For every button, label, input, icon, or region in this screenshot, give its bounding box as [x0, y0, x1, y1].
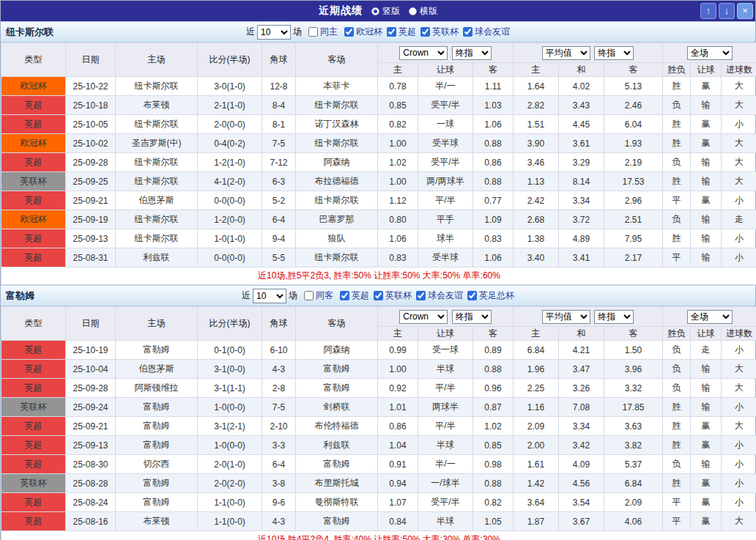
- match-score[interactable]: 2-0(2-0): [198, 474, 262, 493]
- home-team[interactable]: 富勒姆: [116, 398, 198, 417]
- away-team[interactable]: 本菲卡: [296, 77, 378, 96]
- competition-checkbox[interactable]: 欧冠杯: [340, 26, 382, 38]
- match-score[interactable]: 4-1(2-0): [198, 172, 262, 191]
- home-team[interactable]: 布莱顿: [116, 96, 198, 115]
- away-team[interactable]: 富勒姆: [296, 455, 378, 474]
- away-team[interactable]: 阿森纳: [296, 341, 378, 360]
- match-score[interactable]: 2-1(1-0): [198, 96, 262, 115]
- away-team[interactable]: 阿森纳: [296, 153, 378, 172]
- competition-checkbox[interactable]: 英足总杯: [463, 289, 514, 302]
- checkbox[interactable]: [304, 291, 314, 300]
- close-button[interactable]: ×: [737, 3, 753, 19]
- away-team[interactable]: 布伦特福德: [296, 417, 378, 436]
- match-score[interactable]: 3-1(2-1): [198, 417, 262, 436]
- scroll-up-button[interactable]: ↑: [700, 3, 716, 19]
- away-team[interactable]: 巴塞罗那: [296, 210, 378, 229]
- home-team[interactable]: 富勒姆: [116, 417, 198, 436]
- away-team[interactable]: 利兹联: [296, 436, 378, 455]
- away-team[interactable]: 纽卡斯尔联: [296, 96, 378, 115]
- match-score[interactable]: 1-2(0-0): [198, 210, 262, 229]
- home-team[interactable]: 纽卡斯尔联: [116, 153, 198, 172]
- same-venue-checkbox[interactable]: 同客: [300, 289, 333, 302]
- match-score[interactable]: 3-1(1-1): [198, 379, 262, 398]
- odds-kind-select[interactable]: 终指: [452, 310, 492, 324]
- home-team[interactable]: 纽卡斯尔联: [116, 210, 198, 229]
- competition-checkbox[interactable]: 球会友谊: [412, 289, 463, 302]
- away-team[interactable]: 富勒姆: [296, 379, 378, 398]
- home-team[interactable]: 圣吉罗斯(中): [116, 134, 198, 153]
- match-score[interactable]: 1-0(0-0): [198, 436, 262, 455]
- match-score[interactable]: 0-4(0-2): [198, 134, 262, 153]
- checkbox[interactable]: [340, 291, 349, 300]
- checkbox[interactable]: [374, 291, 383, 300]
- match-score[interactable]: 3-0(1-0): [198, 77, 262, 96]
- checkbox[interactable]: [416, 291, 426, 300]
- competition-checkbox[interactable]: 英联杯: [369, 289, 412, 302]
- home-team[interactable]: 利兹联: [116, 248, 198, 267]
- checkbox[interactable]: [344, 27, 354, 37]
- checkbox[interactable]: [420, 27, 430, 37]
- scope-select[interactable]: 全场: [687, 310, 733, 324]
- match-count-select[interactable]: 10: [253, 289, 286, 303]
- match-score[interactable]: 0-0(0-0): [198, 191, 262, 210]
- match-score[interactable]: 1-2(1-0): [198, 153, 262, 172]
- match-count-select[interactable]: 10: [257, 25, 291, 40]
- competition-checkbox[interactable]: 英超: [382, 26, 416, 38]
- layout-radio-vertical[interactable]: 竖版: [371, 5, 400, 18]
- euro-kind-select[interactable]: 终指: [594, 46, 634, 60]
- match-score[interactable]: 1-1(0-0): [198, 512, 262, 531]
- away-team[interactable]: 纽卡斯尔联: [296, 191, 378, 210]
- checkbox[interactable]: [467, 291, 477, 300]
- away-team[interactable]: 狼队: [296, 229, 378, 248]
- home-team[interactable]: 伯恩茅斯: [116, 360, 198, 379]
- euro-source-select[interactable]: 平均值: [542, 46, 590, 60]
- home-team[interactable]: 阿斯顿维拉: [116, 379, 198, 398]
- away-team[interactable]: 布拉德福德: [296, 172, 378, 191]
- scroll-down-button[interactable]: ↓: [719, 3, 735, 19]
- match-score[interactable]: 3-1(0-0): [198, 360, 262, 379]
- away-team[interactable]: 纽卡斯尔联: [296, 248, 378, 267]
- checkbox[interactable]: [387, 27, 396, 37]
- euro-source-select[interactable]: 平均值: [542, 310, 590, 324]
- match-score[interactable]: 0-0(0-0): [198, 248, 262, 267]
- away-team[interactable]: 布里斯托城: [296, 474, 378, 493]
- home-team[interactable]: 富勒姆: [116, 493, 198, 512]
- away-team[interactable]: 纽卡斯尔联: [296, 134, 378, 153]
- away-team[interactable]: 曼彻斯特联: [296, 493, 378, 512]
- match-score[interactable]: 1-0(1-0): [198, 229, 262, 248]
- asian-away-odds: 0.89: [473, 341, 514, 360]
- euro-kind-select[interactable]: 终指: [594, 310, 634, 324]
- home-team[interactable]: 布莱顿: [116, 512, 198, 531]
- odds-kind-select[interactable]: 终指: [452, 46, 492, 60]
- odds-source-select[interactable]: Crown: [399, 46, 448, 60]
- competition-checkbox[interactable]: 英联杯: [416, 26, 459, 38]
- odds-source-select[interactable]: Crown: [399, 310, 448, 324]
- home-team[interactable]: 纽卡斯尔联: [116, 172, 198, 191]
- home-team[interactable]: 富勒姆: [116, 341, 198, 360]
- home-team[interactable]: 纽卡斯尔联: [116, 229, 198, 248]
- home-team[interactable]: 切尔西: [116, 455, 198, 474]
- home-team[interactable]: 纽卡斯尔联: [116, 115, 198, 134]
- home-team[interactable]: 富勒姆: [116, 474, 198, 493]
- euro-away-odds: 3.32: [604, 379, 663, 398]
- layout-radio-horizontal[interactable]: 横版: [409, 5, 437, 18]
- match-score[interactable]: 0-1(0-0): [198, 341, 262, 360]
- checkbox[interactable]: [463, 27, 472, 37]
- column-header-date: 日期: [66, 43, 116, 77]
- home-team[interactable]: 富勒姆: [116, 436, 198, 455]
- away-team[interactable]: 富勒姆: [296, 512, 378, 531]
- checkbox[interactable]: [308, 27, 318, 37]
- same-venue-checkbox[interactable]: 同主: [304, 26, 338, 38]
- away-team[interactable]: 诺丁汉森林: [296, 115, 378, 134]
- scope-select[interactable]: 全场: [687, 46, 733, 60]
- match-score[interactable]: 1-1(0-0): [198, 493, 262, 512]
- home-team[interactable]: 纽卡斯尔联: [116, 77, 198, 96]
- away-team[interactable]: 剑桥联: [296, 398, 378, 417]
- away-team[interactable]: 富勒姆: [296, 360, 378, 379]
- match-score[interactable]: 1-0(0-0): [198, 398, 262, 417]
- match-score[interactable]: 2-0(1-0): [198, 455, 262, 474]
- competition-checkbox[interactable]: 球会友谊: [459, 26, 510, 38]
- competition-checkbox[interactable]: 英超: [336, 289, 369, 302]
- home-team[interactable]: 伯恩茅斯: [116, 191, 198, 210]
- match-score[interactable]: 2-0(0-0): [198, 115, 262, 134]
